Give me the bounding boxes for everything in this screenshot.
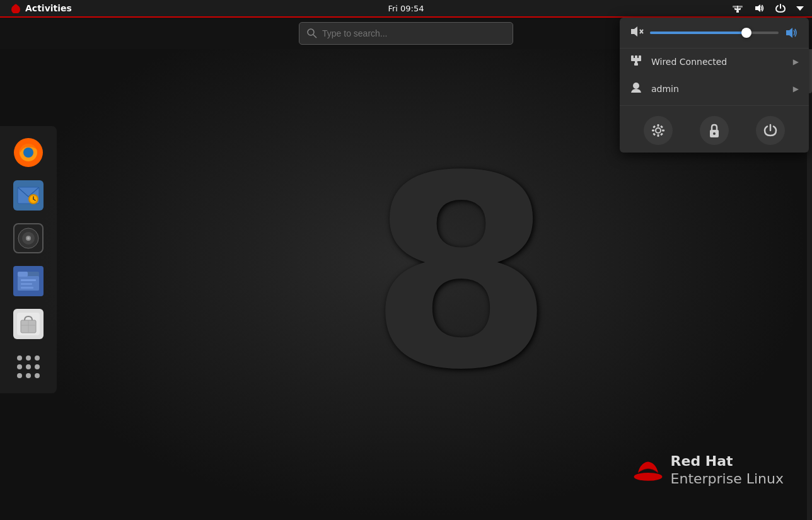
svg-point-23 (27, 237, 30, 240)
svg-rect-41 (631, 55, 634, 59)
svg-point-14 (23, 147, 33, 158)
dock (0, 126, 57, 393)
svg-rect-49 (662, 130, 664, 132)
user-label: admin (651, 84, 786, 94)
volume-slider-fill (650, 32, 746, 34)
user-arrow-icon: ▶ (793, 84, 799, 93)
svg-rect-29 (21, 287, 33, 289)
volume-slider-track[interactable] (650, 32, 779, 34)
topbar-datetime[interactable]: Fri 09:54 (388, 4, 424, 13)
svg-rect-47 (657, 134, 659, 137)
wired-connected-label: Wired Connected (651, 57, 786, 67)
svg-rect-51 (660, 133, 663, 136)
firefox-icon (13, 137, 44, 168)
popup-actions (620, 108, 809, 153)
power-svg-icon (775, 3, 786, 13)
redhat-text: Red Hat Enterprise Linux (671, 453, 784, 488)
svg-rect-46 (657, 124, 659, 127)
user-row[interactable]: admin ▶ (620, 75, 809, 103)
dock-item-store[interactable] (8, 304, 49, 344)
svg-marker-34 (631, 26, 637, 37)
topbar-left: Activities (5, 2, 77, 14)
volume-off-svg (630, 25, 644, 38)
redhat-hat-icon (633, 458, 663, 483)
user-svg-icon (630, 81, 642, 94)
svg-point-44 (633, 83, 639, 89)
svg-marker-9 (796, 6, 804, 11)
system-popup: Wired Connected ▶ admin ▶ (620, 18, 809, 153)
dock-item-firefox[interactable] (8, 132, 49, 173)
mail-svg-icon (17, 187, 40, 204)
power-status-icon[interactable] (772, 2, 789, 14)
wired-arrow-icon: ▶ (793, 57, 799, 66)
power-off-button[interactable] (756, 116, 785, 145)
settings-gear-icon (651, 124, 665, 137)
store-icon (13, 309, 44, 339)
svg-rect-28 (21, 283, 32, 285)
svg-rect-2 (736, 11, 739, 13)
wired-connected-row[interactable]: Wired Connected ▶ (620, 49, 809, 75)
network-svg-icon (732, 3, 743, 13)
topbar: Activities Fri 09:54 (0, 0, 812, 18)
svg-line-11 (313, 35, 316, 38)
volume-on-svg (785, 26, 799, 39)
svg-point-55 (713, 132, 716, 135)
svg-point-10 (308, 29, 314, 35)
svg-point-45 (656, 128, 661, 133)
svg-rect-53 (652, 133, 656, 136)
search-icon (307, 28, 317, 38)
topbar-right (729, 2, 807, 14)
popup-divider (620, 105, 809, 106)
volume-slider-thumb[interactable] (741, 28, 751, 38)
svg-rect-27 (21, 279, 36, 281)
sound-svg-icon (16, 226, 40, 250)
dock-item-files[interactable] (8, 261, 49, 301)
wired-network-icon (630, 55, 644, 69)
firefox-svg-icon (14, 138, 43, 167)
redhat-small-icon (10, 3, 21, 13)
lock-svg-icon (708, 124, 721, 137)
svg-rect-43 (639, 55, 641, 59)
volume-on-icon[interactable] (785, 26, 799, 39)
dock-item-mail[interactable] (8, 175, 49, 216)
volume-mute-icon[interactable] (630, 25, 644, 40)
search-container (299, 22, 513, 45)
svg-rect-48 (652, 130, 654, 132)
lock-button[interactable] (700, 116, 729, 145)
desktop-logo: 8 (369, 141, 554, 406)
svg-rect-50 (652, 125, 656, 129)
activities-button[interactable]: Activities (5, 2, 77, 14)
svg-marker-8 (755, 4, 760, 12)
search-input[interactable] (322, 28, 505, 38)
dock-item-appgrid[interactable] (8, 347, 49, 387)
appgrid-icon (13, 352, 44, 382)
activities-label: Activities (25, 3, 72, 13)
power-off-svg-icon (763, 124, 777, 137)
svg-rect-52 (660, 125, 663, 129)
network-status-icon[interactable] (729, 2, 746, 14)
volume-slider-row (620, 18, 809, 49)
svg-rect-42 (635, 55, 637, 59)
user-icon (630, 81, 644, 96)
files-icon (13, 266, 44, 296)
svg-point-0 (634, 473, 662, 481)
topbar-dropdown-icon[interactable] (793, 4, 807, 13)
svg-rect-26 (18, 272, 28, 277)
files-svg-icon (16, 269, 41, 294)
dock-item-sound[interactable] (8, 218, 49, 258)
volume-svg-icon (753, 3, 765, 13)
grid-dots-display (12, 350, 45, 383)
svg-marker-37 (786, 28, 792, 38)
settings-button[interactable] (644, 116, 673, 145)
redhat-branding: Red Hat Enterprise Linux (633, 453, 784, 488)
volume-status-icon[interactable] (750, 2, 768, 14)
mail-icon (13, 180, 44, 211)
chevron-down-icon (796, 5, 804, 11)
sound-icon (13, 223, 44, 253)
store-svg-icon (16, 311, 41, 337)
wired-svg-icon (630, 55, 642, 66)
